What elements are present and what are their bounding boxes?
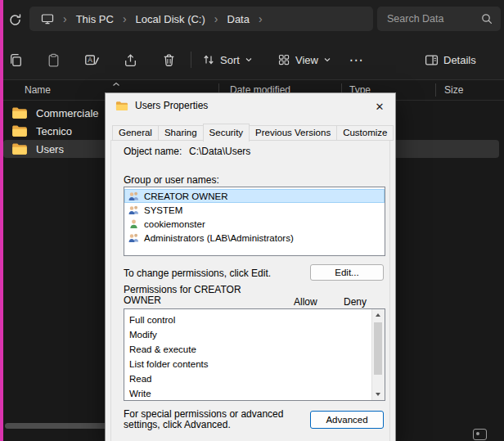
tab-previous-versions[interactable]: Previous Versions xyxy=(249,125,337,141)
sort-label: Sort xyxy=(220,54,240,66)
group-icon xyxy=(128,232,140,243)
permissions-for-label: Permissions for CREATOR OWNER xyxy=(124,285,254,306)
breadcrumb-local-disk-c[interactable]: Local Disk (C:) xyxy=(136,13,205,25)
paste-button[interactable] xyxy=(41,47,65,72)
close-icon: ✕ xyxy=(376,101,385,112)
search-input[interactable] xyxy=(385,12,479,25)
breadcrumb-data[interactable]: Data xyxy=(227,13,250,25)
chevron-down-icon xyxy=(323,56,331,64)
user-icon xyxy=(128,218,140,229)
search-box[interactable] xyxy=(377,7,501,31)
copy-button[interactable] xyxy=(3,47,28,72)
edit-hint-text: To change permissions, click Edit. xyxy=(124,268,271,279)
list-item-system[interactable]: SYSTEM xyxy=(124,203,385,217)
scroll-up-icon[interactable] xyxy=(376,313,380,317)
details-pane-icon xyxy=(425,53,439,67)
delete-button[interactable] xyxy=(156,47,181,72)
tab-customize[interactable]: Customize xyxy=(336,125,394,141)
vertical-scrollbar-thumb[interactable] xyxy=(374,322,382,375)
trash-icon xyxy=(161,52,177,68)
edit-button[interactable]: Edit... xyxy=(310,264,384,281)
tab-security[interactable]: Security xyxy=(203,124,250,142)
view-grid-icon xyxy=(277,53,290,66)
advanced-hint-text: For special permissions or advanced sett… xyxy=(124,409,302,430)
view-label: View xyxy=(295,54,318,66)
chevron-right-icon: › xyxy=(123,13,127,25)
rename-icon: A xyxy=(83,52,100,68)
principal-name: cookiemonster xyxy=(144,219,205,229)
tab-sharing[interactable]: Sharing xyxy=(158,125,204,141)
paste-icon xyxy=(46,52,61,68)
folder-icon xyxy=(11,106,28,119)
folder-icon xyxy=(11,124,28,137)
more-options-button[interactable]: ⋯ xyxy=(344,47,368,72)
breadcrumb: › This PC › Local Disk (C:) › Data › xyxy=(29,7,373,31)
share-button[interactable] xyxy=(118,47,142,72)
permission-full-control[interactable]: Full control xyxy=(124,313,385,327)
permission-read-execute[interactable]: Read & execute xyxy=(124,342,385,357)
object-name-value: C:\Data\Users xyxy=(189,146,250,157)
column-name[interactable]: Name xyxy=(25,84,51,96)
principal-name: CREATOR OWNER xyxy=(144,191,227,201)
users-properties-dialog: Users Properties ✕ General Sharing Secur… xyxy=(105,92,396,441)
this-pc-icon xyxy=(41,12,54,25)
scroll-down-icon[interactable] xyxy=(376,393,380,396)
copy-icon xyxy=(8,52,24,68)
principal-name: Administrators (LAB\Administrators) xyxy=(144,233,294,243)
dialog-title: Users Properties xyxy=(135,100,208,111)
chevron-right-icon: › xyxy=(214,13,218,25)
group-icon xyxy=(128,191,140,201)
details-button[interactable]: Details xyxy=(421,47,480,72)
file-explorer-window: › This PC › Local Disk (C:) › Data › xyxy=(0,0,504,441)
dialog-tabs: General Sharing Security Previous Versio… xyxy=(112,124,394,141)
rename-button[interactable]: A xyxy=(79,47,104,72)
breadcrumb-this-pc[interactable]: This PC xyxy=(76,13,114,25)
group-icon xyxy=(128,205,140,215)
column-size[interactable]: Size xyxy=(444,84,463,96)
permissions-listbox: Full control Modify Read & execute List … xyxy=(124,308,385,401)
share-icon xyxy=(123,52,138,68)
window-edge-accent xyxy=(0,0,3,441)
list-item-cookiemonster[interactable]: cookiemonster xyxy=(124,217,385,231)
view-toggle-icon[interactable] xyxy=(473,429,487,440)
toolbar-divider xyxy=(191,52,191,68)
group-or-user-names-label: Group or user names: xyxy=(124,174,219,186)
dialog-titlebar[interactable]: Users Properties xyxy=(106,93,395,118)
address-bar: › This PC › Local Disk (C:) › Data › xyxy=(0,0,504,38)
chevron-right-icon: › xyxy=(259,13,263,25)
sort-button[interactable]: Sort xyxy=(198,47,257,72)
chevron-down-icon xyxy=(245,56,253,64)
object-name-label: Object name: xyxy=(124,146,182,157)
search-icon[interactable] xyxy=(481,13,493,25)
permission-write[interactable]: Write xyxy=(124,386,385,401)
sort-arrows-icon xyxy=(202,53,215,66)
allow-column-header: Allow xyxy=(294,296,317,308)
principal-name: SYSTEM xyxy=(144,205,182,215)
permission-list-folder-contents[interactable]: List folder contents xyxy=(124,357,385,371)
file-name: Users xyxy=(36,143,64,155)
tab-general[interactable]: General xyxy=(112,125,159,141)
group-user-listbox: CREATOR OWNER SYSTEM cookiemonster xyxy=(124,187,385,256)
details-label: Details xyxy=(443,54,476,66)
list-item-administrators[interactable]: Administrators (LAB\Administrators) xyxy=(124,231,385,245)
svg-text:A: A xyxy=(88,56,92,64)
advanced-button[interactable]: Advanced xyxy=(310,411,384,429)
deny-column-header: Deny xyxy=(344,296,367,308)
folder-icon xyxy=(115,101,128,111)
refresh-button[interactable] xyxy=(6,11,24,29)
ellipsis-icon: ⋯ xyxy=(349,52,363,69)
refresh-icon xyxy=(8,13,22,27)
close-button[interactable]: ✕ xyxy=(372,99,387,114)
list-item-creator-owner[interactable]: CREATOR OWNER xyxy=(124,189,385,203)
permission-read[interactable]: Read xyxy=(124,371,385,386)
vertical-scrollbar[interactable] xyxy=(371,309,385,400)
folder-icon xyxy=(11,142,28,155)
column-divider[interactable] xyxy=(435,83,436,97)
file-name: Tecnico xyxy=(36,125,72,137)
sort-ascending-icon xyxy=(112,82,120,87)
view-button[interactable]: View xyxy=(273,47,335,72)
chevron-right-icon: › xyxy=(63,13,67,25)
permission-modify[interactable]: Modify xyxy=(124,327,385,342)
file-name: Commerciale xyxy=(36,107,99,119)
